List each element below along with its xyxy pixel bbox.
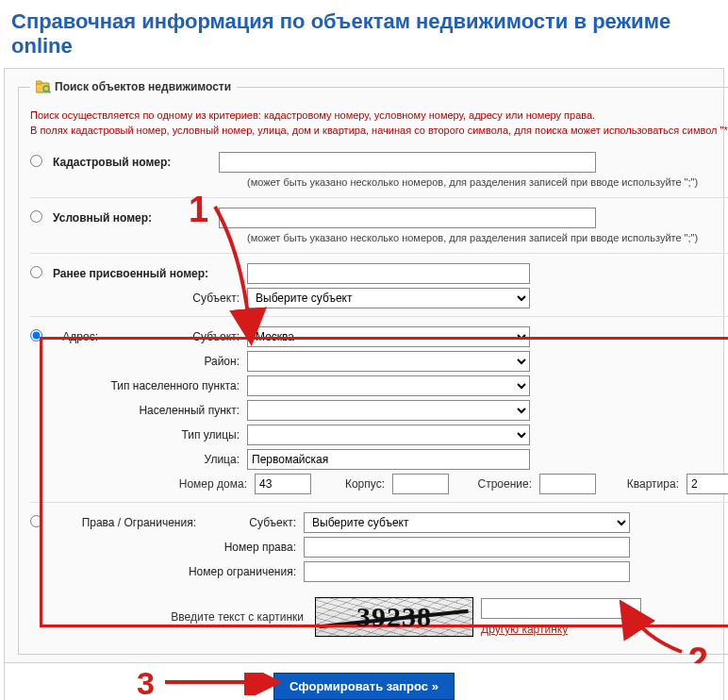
hint-line-1: Поиск осуществляется по одному из критер… (30, 108, 728, 124)
label-rights-subject: Субъект: (204, 516, 304, 529)
annotation-3-number: 3 (137, 665, 155, 700)
label-restrict-no: Номер ограничения: (30, 565, 304, 578)
input-restrict-no[interactable] (304, 561, 630, 582)
hint-line-2: В полях кадастровый номер, условный номе… (30, 124, 728, 139)
input-right-no[interactable] (304, 537, 630, 558)
radio-prev[interactable] (30, 266, 42, 278)
fieldset-legend: Поиск объектов недвижимости (30, 80, 237, 93)
input-street[interactable] (247, 449, 530, 470)
label-prev: Ранее присвоенный номер: (53, 267, 247, 280)
label-settlement: Населенный пункт: (30, 404, 247, 417)
note-cadastral: (может быть указано несколько номеров, д… (30, 176, 728, 188)
input-cadastral[interactable] (219, 152, 596, 173)
label-flat: Квартира: (604, 477, 679, 491)
select-street-type[interactable] (247, 425, 530, 445)
label-captcha: Введите текст с картинки (30, 610, 307, 624)
submit-button[interactable]: Сформировать запрос » (273, 673, 455, 700)
label-right-no: Номер права: (30, 541, 304, 554)
input-conditional[interactable] (219, 208, 596, 228)
label-cadastral: Кадастровый номер: (53, 156, 219, 169)
select-rights-subject[interactable]: Выберите субъект (304, 512, 630, 533)
note-conditional: (может быть указано несколько номеров, д… (30, 232, 728, 243)
submit-bar: Сформировать запрос » 3 (4, 663, 724, 700)
label-district: Район: (30, 355, 247, 368)
input-building[interactable] (539, 474, 596, 494)
row-prev: Ранее присвоенный номер: (30, 263, 728, 284)
label-rights: Права / Ограничения: (53, 516, 204, 529)
row-rights: Права / Ограничения: Субъект: Выберите с… (30, 512, 728, 533)
svg-rect-1 (36, 81, 41, 84)
label-house: Номер дома: (30, 477, 247, 491)
label-street: Улица: (30, 453, 247, 466)
radio-conditional[interactable] (30, 210, 42, 223)
page-title: Справочная информация по объектам недвиж… (4, 4, 724, 68)
search-fieldset: Поиск объектов недвижимости Поиск осущес… (18, 80, 728, 655)
search-folder-icon (36, 80, 51, 93)
form-panel: Поиск объектов недвижимости Поиск осущес… (4, 68, 724, 663)
link-change-captcha[interactable]: Другую картинку (481, 623, 641, 636)
label-conditional: Условный номер: (53, 211, 219, 225)
row-prev-subject: Субъект: Выберите субъект (30, 288, 728, 308)
radio-address[interactable] (30, 329, 42, 342)
label-settlement-type: Тип населенного пункта: (30, 379, 247, 392)
input-house[interactable] (255, 474, 311, 494)
select-prev-subject[interactable]: Выберите субъект (247, 288, 530, 308)
label-prev-subject: Субъект: (30, 292, 247, 305)
label-street-type: Тип улицы: (30, 428, 247, 442)
input-korpus[interactable] (392, 474, 449, 494)
radio-rights[interactable] (30, 515, 42, 527)
annotation-3-arrow (163, 673, 286, 695)
row-conditional: Условный номер: (30, 208, 728, 228)
legend-text: Поиск объектов недвижимости (55, 80, 231, 93)
input-captcha[interactable] (481, 598, 641, 619)
input-flat[interactable] (687, 474, 728, 494)
label-address: Адрес: (53, 330, 106, 343)
row-house: Номер дома: Корпус: Строение: Квартира: (30, 474, 728, 494)
row-captcha: Введите текст с картинки 39238 Другую ка… (30, 597, 728, 637)
select-settlement-type[interactable] (247, 375, 530, 396)
select-settlement[interactable] (247, 400, 530, 421)
radio-cadastral[interactable] (30, 155, 42, 167)
label-korpus: Корпус: (319, 477, 385, 491)
label-addr-subject: Субъект: (106, 330, 247, 343)
captcha-image: 39238 (315, 597, 473, 637)
row-address: Адрес: Субъект: Москва (30, 326, 728, 347)
select-district[interactable] (247, 351, 530, 372)
select-addr-subject[interactable]: Москва (247, 326, 530, 347)
hint-block: Поиск осуществляется по одному из критер… (30, 108, 728, 139)
label-building: Строение: (456, 477, 532, 491)
row-cadastral: Кадастровый номер: (30, 152, 728, 173)
input-prev[interactable] (247, 263, 530, 284)
